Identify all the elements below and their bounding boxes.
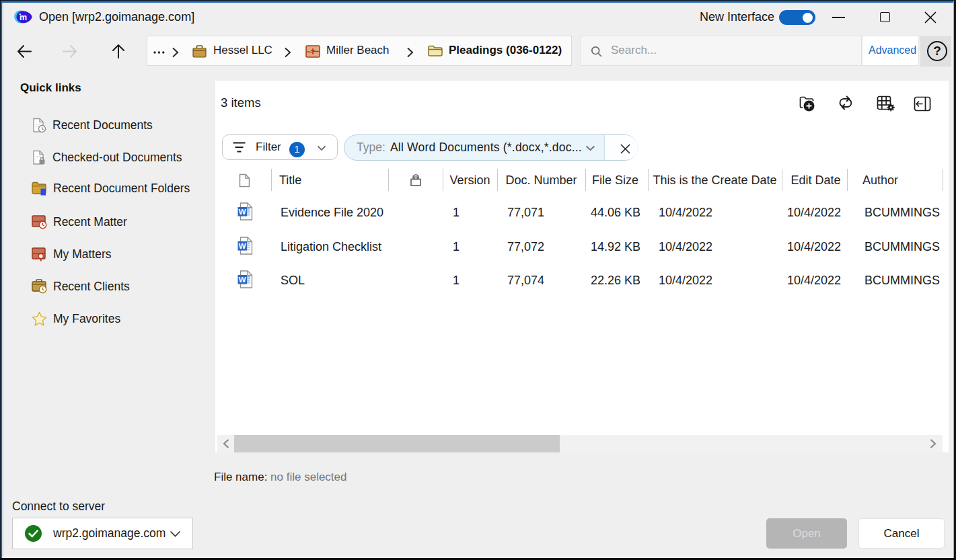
svg-text:m: m [20, 13, 27, 22]
